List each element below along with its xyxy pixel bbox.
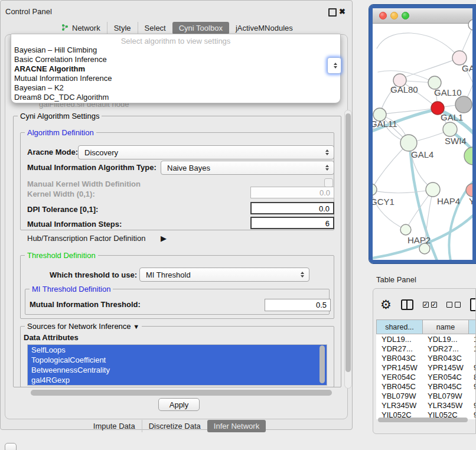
algorithm-option-basic-correlation-inference[interactable]: Basic Correlation Inference — [11, 55, 340, 64]
network-node-gcy1[interactable] — [373, 184, 377, 195]
network-node-hap2[interactable] — [400, 224, 411, 235]
float-window-icon[interactable] — [328, 8, 337, 17]
bottom-tab-discretize-data[interactable]: Discretize Data — [142, 420, 207, 432]
network-node-swi4[interactable] — [443, 122, 457, 136]
attribute-item-gal4rgexp[interactable]: gal4RGexp — [28, 375, 318, 385]
stepper-arrows-icon — [297, 272, 308, 278]
table-cell: YBR045C — [423, 381, 469, 391]
table-cell: 13 — [469, 334, 476, 344]
network-edge — [373, 190, 433, 193]
mutual-information-threshold-label: Mutual Information Threshold: — [30, 300, 141, 309]
algorithm-option-aracne-algorithm[interactable]: ARACNE Algorithm — [11, 64, 340, 74]
table-row[interactable]: YPR145WYPR145W9. — [377, 363, 476, 372]
table-row[interactable]: YBL079WYBL079W — [377, 391, 476, 400]
page-icon[interactable] — [470, 298, 476, 311]
network-node[interactable] — [468, 19, 472, 30]
table-row[interactable]: YBR045CYBR045C9. — [377, 381, 476, 391]
tab-cyni-toolbox[interactable]: Cyni Toolbox — [172, 22, 229, 34]
tab-label: jActiveMNodules — [236, 24, 293, 32]
column-header-shared[interactable]: shared... — [377, 320, 423, 334]
sources-title-text: Sources for Network Inference — [27, 322, 131, 331]
tab-select[interactable]: Select — [138, 22, 172, 34]
mutual-information-threshold-field[interactable]: 0.5 — [265, 299, 331, 311]
table-cell — [469, 391, 476, 400]
node-label-gcy1: GCY1 — [373, 197, 395, 207]
split-columns-icon[interactable] — [401, 299, 413, 310]
select-checks-icon[interactable]: ✓✓ — [423, 302, 437, 308]
node-label-gal80: GAL80 — [390, 84, 418, 94]
apply-button[interactable]: Apply — [158, 398, 200, 411]
aracne-mode-value: Discovery — [79, 148, 322, 157]
network-node-gal4[interactable] — [400, 135, 417, 151]
hub-transcription-section-label[interactable]: Hub/Transcription Factor Definition — [27, 234, 145, 243]
table-row[interactable]: YDL19...YDL19...13 — [377, 334, 476, 344]
table-panel-title: Table Panel — [376, 275, 416, 284]
table-cell: YDL19... — [377, 334, 423, 344]
zoom-light[interactable] — [402, 12, 409, 19]
algorithm-option-dream8-dc-tdc-algorithm[interactable]: Dream8 DC_TDC Algorithm — [11, 93, 340, 102]
tab-jactivemnodules[interactable]: jActiveMNodules — [229, 22, 299, 34]
mi-steps-field[interactable]: 6 — [250, 217, 334, 229]
network-canvas[interactable]: GALGAL80GAL10GAL1GAL11SWI4GAL4GCY1HAP4YH… — [373, 19, 472, 260]
settings-vertical-scrollbar-thumb[interactable] — [345, 113, 351, 372]
attribute-item-topologicalcoefficient[interactable]: TopologicalCoefficient — [28, 355, 318, 365]
bottom-tab-impute-data[interactable]: Impute Data — [87, 420, 142, 432]
manual-kernel-width-checkbox[interactable] — [324, 178, 333, 187]
tab-style[interactable]: Style — [107, 22, 138, 34]
table-cell — [469, 353, 476, 363]
settings-horizontal-scrollbar-thumb[interactable] — [31, 390, 332, 396]
node-label-gal11: GAL11 — [373, 119, 397, 129]
algorithm-option-bayesian-k2[interactable]: Bayesian – K2 — [11, 83, 340, 93]
which-threshold-value: MI Threshold — [140, 270, 297, 279]
close-light[interactable] — [379, 12, 387, 19]
algorithm-combobox-focused-fragment[interactable] — [327, 57, 341, 74]
table-cell: YDR27... — [377, 344, 423, 353]
attribute-item-betweennesscentrality[interactable]: BetweennessCentrality — [28, 365, 318, 375]
minimize-light[interactable] — [390, 12, 398, 19]
data-attributes-label: Data Attributes — [24, 333, 79, 342]
algorithm-option-bayesian-hill-climbing[interactable]: Bayesian – Hill Climbing — [11, 45, 340, 55]
mi-algorithm-type-combobox[interactable]: Naive Bayes — [161, 161, 334, 175]
minimized-panel-icon[interactable] — [5, 443, 17, 450]
network-node[interactable] — [455, 96, 472, 113]
collapse-arrow-down-icon[interactable]: ▼ — [133, 323, 139, 330]
tab-label: Discretize Data — [149, 422, 201, 431]
attributes-list-scrollbar-thumb[interactable] — [319, 345, 325, 383]
deselect-checks-icon[interactable] — [446, 302, 461, 308]
algorithm-option-mutual-information-inference[interactable]: Mutual Information Inference — [11, 74, 340, 83]
gear-icon[interactable]: ⚙ — [380, 299, 392, 311]
kernel-width-field[interactable]: 0.0 — [250, 187, 334, 198]
node-table[interactable]: shared...name YDL19...YDL19...13YDR27...… — [376, 319, 476, 419]
aracne-mode-label: Aracne Mode: — [27, 148, 78, 156]
which-threshold-label: Which threshold to use: — [50, 270, 137, 279]
threshold-definition-title: Threshold Definition — [25, 251, 98, 260]
tab-network[interactable]: Network — [54, 22, 107, 34]
mi-steps-label: Mutual Information Steps: — [27, 220, 122, 229]
table-row[interactable]: YER054CYER054C8. — [377, 372, 476, 381]
attribute-item-selfloops[interactable]: SelfLoops — [28, 345, 318, 355]
table-cell: YBR043C — [377, 353, 423, 363]
table-row[interactable]: YLR345WYLR345W9. — [377, 400, 476, 410]
node-label-gal: GAL — [462, 63, 472, 73]
which-threshold-combobox[interactable]: MI Threshold — [139, 268, 309, 282]
network-node-y[interactable] — [466, 184, 472, 197]
aracne-mode-combobox[interactable]: Discovery — [78, 145, 334, 159]
table-row[interactable]: YBR043CYBR043C — [377, 353, 476, 363]
table-cell: YBR045C — [377, 381, 423, 391]
dpi-tolerance-field[interactable]: 0.0 — [250, 202, 334, 214]
table-cell: YPR145W — [423, 363, 469, 372]
column-header-attr[interactable] — [469, 320, 476, 334]
data-attributes-list[interactable]: SelfLoopsTopologicalCoefficientBetweenne… — [27, 344, 327, 386]
close-window-icon[interactable]: ✖ — [339, 8, 345, 15]
table-cell: YPR145W — [377, 363, 423, 372]
table-horizontal-scrollbar-thumb[interactable] — [378, 418, 468, 422]
network-node[interactable] — [464, 147, 472, 165]
column-header-name[interactable]: name — [423, 320, 469, 334]
table-row[interactable]: YDR27...YDR27...12 — [377, 344, 476, 353]
algorithm-definition-title: Algorithm Definition — [25, 128, 96, 137]
table-cell: 9 — [469, 410, 476, 419]
collapse-arrow-right-icon[interactable]: ▶ — [161, 234, 167, 243]
bottom-tab-infer-network[interactable]: Infer Network — [207, 420, 266, 432]
network-node-hap4[interactable] — [426, 182, 440, 197]
tab-label: Infer Network — [214, 422, 259, 431]
